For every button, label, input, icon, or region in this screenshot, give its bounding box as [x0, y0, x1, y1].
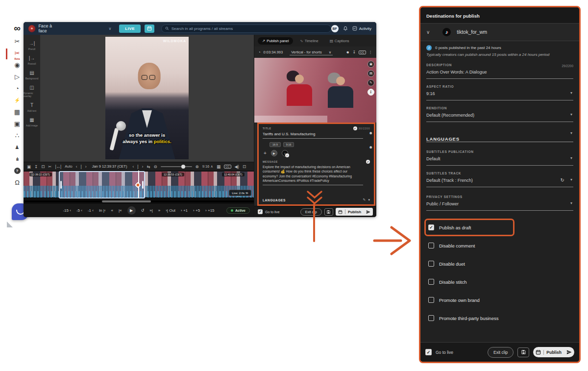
help-icon[interactable]: ?	[11, 166, 24, 175]
add-text-tool[interactable]: TAdd text	[27, 102, 36, 112]
timeline-scrollbar[interactable]	[24, 200, 254, 202]
tab-publish-panel[interactable]: ↗Publish panel	[258, 37, 293, 45]
camera-tool-icon[interactable]: ▣	[11, 119, 24, 128]
promote-own-brand-option[interactable]: Promote own brand	[428, 294, 571, 306]
exit-clip-button[interactable]: Exit clip	[300, 208, 322, 216]
save-draft-button[interactable]	[517, 347, 529, 357]
activity-button[interactable]: Activity	[352, 26, 371, 31]
field-privacy-settings[interactable]: PRIVACY SETTINGS Public / Follower ▾	[420, 193, 579, 211]
edit-pencil-icon[interactable]: ✎	[363, 198, 366, 202]
collapse-chevron-icon[interactable]: ∨	[426, 29, 430, 35]
chevron-down-icon[interactable]: ▾	[570, 177, 572, 182]
add-destination-button[interactable]: +	[264, 150, 267, 156]
pan-icon[interactable]: ⇆	[147, 164, 150, 169]
subtitles-cc-icon[interactable]: CC	[224, 165, 231, 169]
subtitles-cc-icon[interactable]: CC	[359, 50, 366, 54]
face-track-icon[interactable]: ☻	[369, 145, 373, 149]
face-track-icon[interactable]: ☻	[346, 50, 350, 54]
user-settings-icon[interactable]: ♟	[11, 143, 24, 152]
step-fwd-icon[interactable]: ›	[85, 164, 87, 169]
download-icon[interactable]: ↧	[34, 164, 38, 169]
description-input[interactable]: Action Over Words: A Dialogue	[426, 67, 573, 79]
next-frame-button[interactable]: »|	[149, 208, 153, 213]
background-tool[interactable]: ▤Background	[25, 70, 39, 80]
skip-back-15-button[interactable]: -15 ‹	[63, 208, 71, 213]
dynamic-overlay-tool[interactable]: ◫Dynamic overlay	[24, 85, 40, 98]
zoom-slider-knob[interactable]	[181, 165, 185, 169]
search-bar[interactable]	[161, 25, 331, 33]
clip-tool-icon[interactable]: ✂	[11, 37, 24, 46]
face-track-icon[interactable]: ☻	[369, 131, 373, 135]
publish-button-group[interactable]: Publish	[533, 347, 574, 357]
chevron-down-icon[interactable]: ▾	[368, 198, 370, 202]
crop-icon[interactable]: ⊡	[41, 164, 45, 169]
promote-third-party-checkbox[interactable]	[428, 315, 434, 321]
ratio-chip[interactable]: 9:16	[283, 142, 294, 147]
postroll-tool[interactable]: |→Postroll	[28, 55, 36, 65]
publish-button[interactable]: Publish	[345, 210, 364, 214]
publish-as-draft-checkbox[interactable]: ✓	[428, 224, 434, 230]
chevron-down-icon[interactable]: ▾	[570, 91, 572, 95]
media-library-icon[interactable]: ▷	[11, 72, 24, 81]
live-broadcast-icon[interactable]: ◉	[11, 60, 24, 70]
field-aspect-ratio[interactable]: ASPECT RATIO 9:16 ▾	[420, 82, 579, 100]
skip-back-5-button[interactable]: -5 ‹	[76, 208, 82, 213]
skip-fwd-1-button[interactable]: › +1	[181, 208, 188, 213]
refresh-icon[interactable]: ↻	[561, 177, 564, 183]
add-image-tool[interactable]: ▦Add image	[26, 117, 38, 127]
field-rendition[interactable]: RENDITION Default (Recommended) ▾	[420, 104, 579, 122]
aspect-ratio-select[interactable]: 9:16	[426, 88, 573, 100]
preroll-tool[interactable]: →|Preroll	[28, 41, 35, 50]
destination-toggle[interactable]: ▶	[271, 150, 277, 156]
live-offset-badge[interactable]: Live: 2.0s ≫	[229, 190, 251, 196]
edit-pencil-icon[interactable]: ✎	[368, 79, 374, 86]
user-avatar[interactable]: BF	[331, 25, 339, 32]
loop-button[interactable]: ↺	[141, 208, 145, 213]
vertical-video-preview[interactable]: WILDMOKA so the answer is always yes in …	[105, 37, 189, 159]
schedule-publish-button[interactable]	[336, 208, 345, 216]
rewind-button[interactable]: «	[111, 208, 113, 213]
account-row[interactable]: ∨ ♪ tiktok_for_wm	[420, 24, 579, 41]
zoom-in-icon[interactable]: ⊕	[196, 164, 199, 169]
active-status-badge[interactable]: Active	[226, 207, 250, 214]
disable-comment-option[interactable]: Disable comment	[428, 240, 571, 251]
disable-stitch-checkbox[interactable]	[428, 279, 434, 285]
clip-selection-region[interactable]	[59, 171, 145, 198]
more-options-icon[interactable]: ⋮	[369, 50, 373, 54]
go-to-live-checkbox[interactable]: ✓	[425, 349, 432, 355]
image-icon[interactable]: ▤	[368, 70, 374, 77]
chevron-down-icon[interactable]: ▾	[570, 201, 572, 205]
field-subtitles-publication[interactable]: SUBTITLES PUBLICATION Default ▾	[420, 148, 579, 166]
publish-button-group[interactable]: Publish	[336, 208, 373, 216]
destination-toggle-tiktok[interactable]: ♪✓	[282, 150, 288, 156]
tab-timeline[interactable]: ∿Timeline	[295, 37, 322, 45]
bell-icon[interactable]	[343, 26, 348, 31]
publish-as-draft-option[interactable]: ✓ Publish as draft	[428, 222, 571, 233]
program-selector[interactable]: ✦ Face à face ∨	[28, 24, 111, 33]
promote-third-party-option[interactable]: Promote third-party business	[428, 312, 571, 324]
step-back-icon[interactable]: ‹	[76, 164, 77, 169]
subtitles-publication-select[interactable]: Default	[426, 153, 573, 166]
zoom-slider[interactable]	[161, 166, 192, 167]
stats-icon[interactable]: ılı	[11, 154, 24, 164]
history-icon[interactable]: ◔	[11, 84, 24, 93]
go-to-out-button[interactable]: ›| Out	[166, 208, 175, 213]
exit-clip-button[interactable]: Exit clip	[488, 347, 514, 358]
quick-actions-icon[interactable]: ⚡	[11, 96, 24, 105]
promote-own-brand-checkbox[interactable]	[428, 297, 434, 303]
play-button[interactable]: ▶	[127, 206, 136, 215]
snapshot-icon[interactable]: ▣	[368, 61, 374, 68]
disable-comment-checkbox[interactable]	[428, 243, 434, 248]
clip-beta-tool-icon[interactable]: ✂Beta	[11, 49, 24, 58]
share-icon[interactable]: ∴	[11, 131, 24, 140]
save-draft-button[interactable]	[324, 208, 333, 216]
format-selector[interactable]: Vertical - for shorts∨	[290, 49, 333, 55]
download-icon[interactable]: ↧	[353, 50, 356, 54]
languages-row[interactable]: LANGUAGES ✎▾	[263, 196, 370, 202]
skip-back-1-button[interactable]: -1 ‹	[88, 208, 94, 213]
go-to-in-button[interactable]: In |‹	[99, 208, 106, 213]
fast-forward-button[interactable]: »	[158, 208, 160, 213]
snapshot-icon[interactable]: ▣	[27, 164, 31, 169]
zoom-out-icon[interactable]: ⊖	[153, 164, 157, 169]
field-subtitles-track[interactable]: SUBTITLES TRACK Default (Track : French)…	[420, 169, 579, 187]
